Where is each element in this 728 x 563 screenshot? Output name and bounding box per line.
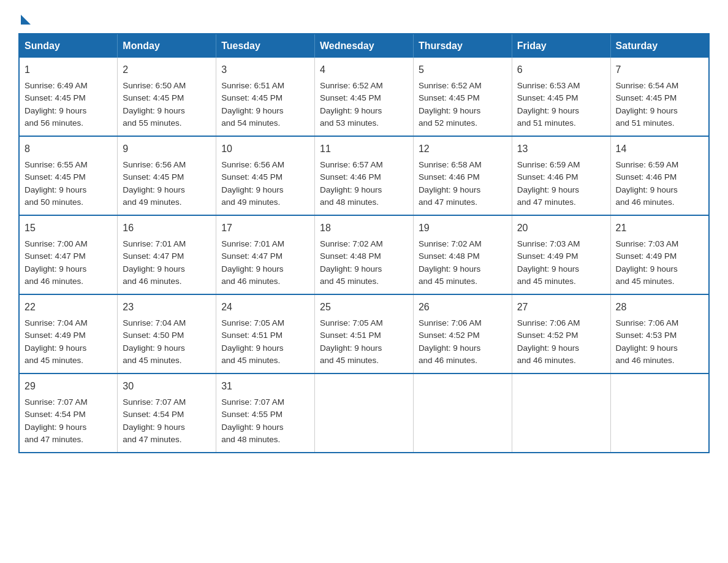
calendar-day-cell: [315, 373, 414, 453]
logo-triangle-icon: [21, 15, 31, 25]
calendar-week-row: 15Sunrise: 7:00 AMSunset: 4:47 PMDayligh…: [19, 215, 709, 294]
day-number: 2: [123, 63, 211, 77]
calendar-day-cell: 16Sunrise: 7:01 AMSunset: 4:47 PMDayligh…: [118, 215, 216, 294]
day-number: 19: [419, 221, 507, 236]
calendar-day-cell: 23Sunrise: 7:04 AMSunset: 4:50 PMDayligh…: [118, 294, 216, 373]
calendar-day-cell: 21Sunrise: 7:03 AMSunset: 4:49 PMDayligh…: [610, 215, 709, 294]
calendar-header-row: SundayMondayTuesdayWednesdayThursdayFrid…: [19, 34, 709, 58]
calendar-day-cell: 24Sunrise: 7:05 AMSunset: 4:51 PMDayligh…: [216, 294, 315, 373]
calendar-week-row: 22Sunrise: 7:04 AMSunset: 4:49 PMDayligh…: [19, 294, 709, 373]
day-number: 30: [123, 379, 211, 394]
day-number: 16: [123, 221, 211, 236]
day-number: 13: [517, 142, 605, 156]
day-number: 31: [221, 379, 309, 394]
header-friday: Friday: [512, 34, 610, 58]
header-thursday: Thursday: [413, 34, 512, 58]
day-number: 7: [616, 63, 703, 77]
calendar-table: SundayMondayTuesdayWednesdayThursdayFrid…: [18, 33, 710, 453]
header-saturday: Saturday: [610, 34, 709, 58]
calendar-day-cell: 5Sunrise: 6:52 AMSunset: 4:45 PMDaylight…: [413, 58, 512, 136]
calendar-day-cell: 31Sunrise: 7:07 AMSunset: 4:55 PMDayligh…: [216, 373, 315, 453]
header-tuesday: Tuesday: [216, 34, 315, 58]
calendar-day-cell: 26Sunrise: 7:06 AMSunset: 4:52 PMDayligh…: [413, 294, 512, 373]
calendar-day-cell: [512, 373, 610, 453]
calendar-day-cell: 13Sunrise: 6:59 AMSunset: 4:46 PMDayligh…: [512, 136, 610, 215]
day-number: 14: [616, 142, 703, 156]
header-wednesday: Wednesday: [315, 34, 414, 58]
day-number: 23: [123, 300, 211, 315]
calendar-day-cell: 9Sunrise: 6:56 AMSunset: 4:45 PMDaylight…: [118, 136, 216, 215]
calendar-day-cell: 30Sunrise: 7:07 AMSunset: 4:54 PMDayligh…: [118, 373, 216, 453]
day-number: 1: [25, 63, 112, 77]
calendar-day-cell: 22Sunrise: 7:04 AMSunset: 4:49 PMDayligh…: [19, 294, 118, 373]
header-monday: Monday: [118, 34, 216, 58]
calendar-day-cell: 14Sunrise: 6:59 AMSunset: 4:46 PMDayligh…: [610, 136, 709, 215]
day-number: 21: [616, 221, 703, 236]
calendar-day-cell: 19Sunrise: 7:02 AMSunset: 4:48 PMDayligh…: [413, 215, 512, 294]
calendar-day-cell: 2Sunrise: 6:50 AMSunset: 4:45 PMDaylight…: [118, 58, 216, 136]
calendar-day-cell: 12Sunrise: 6:58 AMSunset: 4:46 PMDayligh…: [413, 136, 512, 215]
calendar-day-cell: 11Sunrise: 6:57 AMSunset: 4:46 PMDayligh…: [315, 136, 414, 215]
page-header: [18, 12, 710, 22]
day-number: 15: [25, 221, 112, 236]
header-sunday: Sunday: [19, 34, 118, 58]
calendar-day-cell: 15Sunrise: 7:00 AMSunset: 4:47 PMDayligh…: [19, 215, 118, 294]
calendar-day-cell: 17Sunrise: 7:01 AMSunset: 4:47 PMDayligh…: [216, 215, 315, 294]
day-number: 9: [123, 142, 211, 156]
day-number: 26: [419, 300, 507, 315]
calendar-day-cell: 29Sunrise: 7:07 AMSunset: 4:54 PMDayligh…: [19, 373, 118, 453]
calendar-week-row: 29Sunrise: 7:07 AMSunset: 4:54 PMDayligh…: [19, 373, 709, 453]
calendar-day-cell: 3Sunrise: 6:51 AMSunset: 4:45 PMDaylight…: [216, 58, 315, 136]
day-number: 8: [25, 142, 112, 156]
calendar-day-cell: [610, 373, 709, 453]
day-number: 28: [616, 300, 703, 315]
calendar-day-cell: 8Sunrise: 6:55 AMSunset: 4:45 PMDaylight…: [19, 136, 118, 215]
day-number: 22: [25, 300, 112, 315]
day-number: 24: [221, 300, 309, 315]
day-number: 29: [25, 379, 112, 394]
calendar-header: SundayMondayTuesdayWednesdayThursdayFrid…: [19, 34, 709, 58]
day-number: 5: [419, 63, 507, 77]
calendar-day-cell: 7Sunrise: 6:54 AMSunset: 4:45 PMDaylight…: [610, 58, 709, 136]
calendar-day-cell: 4Sunrise: 6:52 AMSunset: 4:45 PMDaylight…: [315, 58, 414, 136]
calendar-day-cell: 20Sunrise: 7:03 AMSunset: 4:49 PMDayligh…: [512, 215, 610, 294]
day-number: 4: [320, 63, 408, 77]
calendar-day-cell: 27Sunrise: 7:06 AMSunset: 4:52 PMDayligh…: [512, 294, 610, 373]
calendar-week-row: 8Sunrise: 6:55 AMSunset: 4:45 PMDaylight…: [19, 136, 709, 215]
day-number: 10: [221, 142, 309, 156]
day-number: 20: [517, 221, 605, 236]
day-number: 11: [320, 142, 408, 156]
logo: [18, 12, 31, 22]
day-number: 17: [221, 221, 309, 236]
day-number: 12: [419, 142, 507, 156]
day-number: 27: [517, 300, 605, 315]
calendar-day-cell: 10Sunrise: 6:56 AMSunset: 4:45 PMDayligh…: [216, 136, 315, 215]
calendar-day-cell: 1Sunrise: 6:49 AMSunset: 4:45 PMDaylight…: [19, 58, 118, 136]
day-number: 6: [517, 63, 605, 77]
calendar-day-cell: 25Sunrise: 7:05 AMSunset: 4:51 PMDayligh…: [315, 294, 414, 373]
day-number: 3: [221, 63, 309, 77]
calendar-day-cell: [413, 373, 512, 453]
calendar-day-cell: 28Sunrise: 7:06 AMSunset: 4:53 PMDayligh…: [610, 294, 709, 373]
day-number: 18: [320, 221, 408, 236]
calendar-day-cell: 6Sunrise: 6:53 AMSunset: 4:45 PMDaylight…: [512, 58, 610, 136]
day-number: 25: [320, 300, 408, 315]
calendar-day-cell: 18Sunrise: 7:02 AMSunset: 4:48 PMDayligh…: [315, 215, 414, 294]
calendar-body: 1Sunrise: 6:49 AMSunset: 4:45 PMDaylight…: [19, 58, 709, 453]
calendar-week-row: 1Sunrise: 6:49 AMSunset: 4:45 PMDaylight…: [19, 58, 709, 136]
